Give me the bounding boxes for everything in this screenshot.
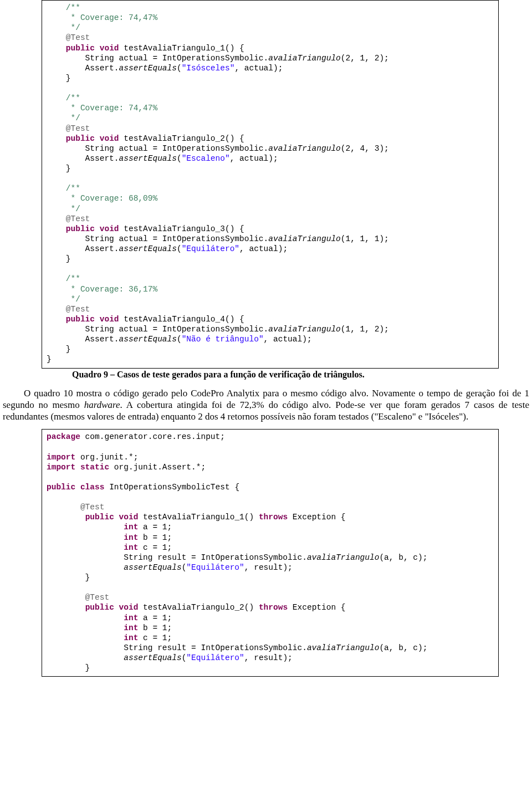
figure-caption-9: Quadro 9 – Casos de teste gerados para a… (72, 370, 532, 380)
code-block-2: package com.generator.core.res.input; im… (42, 429, 499, 677)
code-text-2: package com.generator.core.res.input; im… (47, 432, 494, 673)
code-text-1: /** * Coverage: 74,47% */ @Test public v… (47, 3, 494, 365)
code-block-1: /** * Coverage: 74,47% */ @Test public v… (42, 0, 499, 369)
paragraph-body: O quadro 10 mostra o código gerado pelo … (0, 387, 532, 423)
